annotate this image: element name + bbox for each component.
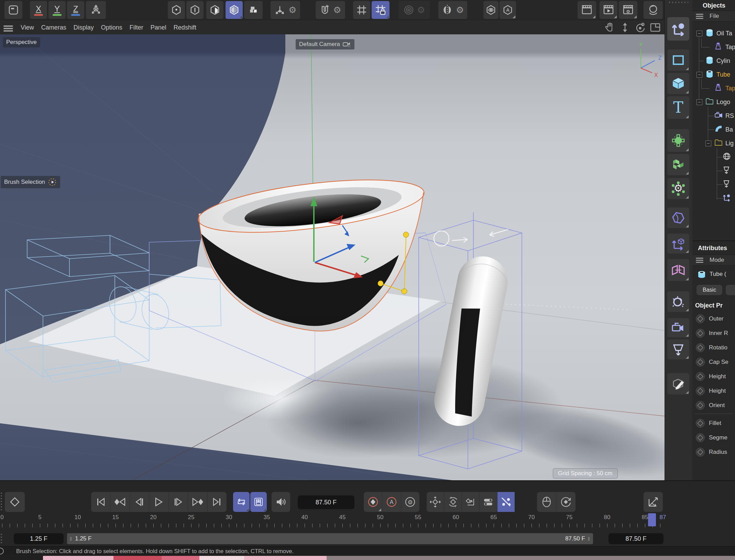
tab-clipped[interactable]: [726, 285, 735, 295]
keyframe-diamond-icon[interactable]: [696, 448, 705, 457]
loop-playback-toggle[interactable]: [233, 492, 250, 512]
go-to-end-button[interactable]: [208, 492, 227, 512]
keyframe-diamond-icon[interactable]: [696, 343, 705, 352]
property-rotation-segments[interactable]: Rotatio: [692, 341, 735, 354]
field-object-icon[interactable]: [667, 291, 689, 312]
tree-item-logo[interactable]: Logo: [692, 95, 735, 109]
symmetry-object-icon[interactable]: [667, 259, 689, 281]
tree-item-tap[interactable]: Tap: [692, 40, 735, 54]
snap-settings-button[interactable]: ⚙: [316, 1, 345, 19]
autokey-toggle-button[interactable]: A: [382, 492, 401, 512]
modeling-settings-button[interactable]: ⚙: [398, 1, 430, 19]
render-view-icon[interactable]: [578, 1, 596, 19]
tab-basic[interactable]: Basic: [696, 285, 722, 295]
next-frame-button[interactable]: [169, 492, 188, 512]
tree-item-oil-ta[interactable]: Oil Ta: [692, 26, 735, 40]
keyframe-diamond-icon[interactable]: [696, 419, 705, 428]
key-parameter-toggle[interactable]: [480, 492, 497, 512]
menu-view[interactable]: View: [21, 24, 34, 31]
property-fillet-segments[interactable]: Segme: [692, 432, 735, 444]
tree-item-cylin[interactable]: Cylin: [692, 54, 735, 68]
objects-hamburger-icon[interactable]: [696, 13, 703, 20]
tree-item-lig[interactable]: Lig: [692, 136, 735, 150]
mouse-options-button[interactable]: [537, 492, 556, 512]
symmetry-settings-button[interactable]: ⚙: [438, 1, 467, 19]
menu-filter[interactable]: Filter: [130, 24, 143, 31]
dolly-zoom-icon[interactable]: [619, 22, 631, 33]
key-rotation-toggle[interactable]: [444, 492, 462, 512]
points-mode-icon[interactable]: [168, 1, 185, 19]
expander-icon[interactable]: [696, 99, 702, 105]
lock-x-axis-button[interactable]: X: [30, 1, 47, 19]
edit-render-settings-icon[interactable]: ⚙: [619, 1, 637, 19]
key-scale-toggle[interactable]: [462, 492, 480, 512]
menu-cameras[interactable]: Cameras: [41, 24, 66, 31]
property-fillet[interactable]: Fillet: [692, 417, 735, 429]
lock-workplane-icon[interactable]: [372, 1, 390, 19]
tree-item-taper-deformer-white[interactable]: [692, 178, 735, 191]
property-outer-radius[interactable]: Outer: [692, 313, 735, 325]
toggle-panel-icon[interactable]: [649, 22, 661, 33]
viewport-solo-icon[interactable]: [483, 1, 498, 19]
pan-hand-icon[interactable]: [604, 22, 616, 33]
keyframe-selection-button[interactable]: [556, 492, 575, 512]
slider-grip-right[interactable]: ‖: [588, 536, 590, 542]
timeline-ruler[interactable]: 051015202530354045505560657075808587: [0, 513, 735, 531]
keying-settings-button[interactable]: ⚙: [401, 492, 419, 512]
tree-item-taper-deformer-white[interactable]: [692, 164, 735, 178]
sound-toggle-button[interactable]: [272, 492, 290, 512]
axis-modify-icon[interactable]: [667, 234, 689, 254]
palette-drag-handle[interactable]: [1, 534, 2, 544]
property-cap-segments[interactable]: Cap Se: [692, 356, 735, 368]
axis-settings-button[interactable]: ⚙: [271, 1, 300, 19]
menu-display[interactable]: Display: [74, 24, 94, 31]
record-keyframe-button[interactable]: [364, 492, 382, 512]
menu-panel[interactable]: Panel: [151, 24, 166, 31]
expander-icon[interactable]: [696, 31, 702, 36]
previous-frame-button[interactable]: [130, 492, 149, 512]
layout-icon[interactable]: [4, 1, 22, 19]
property-height[interactable]: Height: [692, 370, 735, 383]
rectangle-spline-tool-icon[interactable]: [667, 49, 689, 71]
material-ball-icon[interactable]: [644, 1, 663, 19]
slider-grip-left[interactable]: ‖: [70, 536, 72, 542]
menu-hamburger-icon[interactable]: [3, 24, 13, 33]
text-tool-icon[interactable]: T: [667, 96, 689, 119]
move-tool-icon[interactable]: [667, 17, 689, 41]
expander-icon[interactable]: [696, 72, 702, 78]
tree-item-tap[interactable]: Tap: [692, 81, 735, 95]
keyframe-mode-button[interactable]: [5, 492, 25, 512]
simulation-generator-icon[interactable]: ⚙: [667, 178, 689, 199]
polygons-mode-icon[interactable]: [206, 1, 223, 19]
cube-primitive-icon[interactable]: [667, 73, 689, 94]
preview-range-toggle[interactable]: [250, 492, 267, 512]
viewport-3d[interactable]: Perspective Default Camera Brush Selecti…: [0, 34, 665, 480]
tree-item-sky-object[interactable]: [692, 150, 735, 164]
camera-label[interactable]: Default Camera: [296, 39, 354, 49]
previous-key-button[interactable]: [110, 492, 130, 512]
object-axis-mode-icon[interactable]: [244, 1, 263, 19]
tree-item-ba[interactable]: Ba: [692, 123, 735, 136]
show-fcurves-button[interactable]: [644, 492, 663, 512]
objects-menu-file[interactable]: File: [710, 13, 719, 20]
subdivision-surface-icon[interactable]: [667, 129, 689, 152]
property-inner-radius[interactable]: Inner R: [692, 327, 735, 339]
keyframe-diamond-icon[interactable]: [696, 358, 705, 367]
palette-drag-handle[interactable]: [1, 493, 2, 511]
tree-item-tube[interactable]: Tube: [692, 68, 735, 81]
attributes-hamburger-icon[interactable]: [696, 257, 703, 264]
panel-drag-handle[interactable]: [669, 2, 688, 3]
property-orientation[interactable]: Orient: [692, 399, 735, 412]
lock-y-axis-button[interactable]: Y: [48, 1, 66, 19]
next-key-button[interactable]: [188, 492, 207, 512]
tree-item-rs[interactable]: RS: [692, 109, 735, 123]
model-mode-icon[interactable]: [226, 1, 243, 19]
view-label[interactable]: Perspective: [3, 37, 40, 47]
rotate-view-icon[interactable]: [634, 22, 646, 33]
current-frame-field[interactable]: 87.50 F: [298, 495, 354, 509]
taper-deformer-tool-icon[interactable]: [667, 339, 689, 359]
timeline-playhead[interactable]: [648, 513, 656, 526]
menu-options[interactable]: Options: [101, 24, 122, 31]
range-start-field[interactable]: 1.25 F: [14, 533, 64, 544]
range-slider[interactable]: ‖ 1.25 F 87.50 F ‖: [67, 533, 593, 544]
